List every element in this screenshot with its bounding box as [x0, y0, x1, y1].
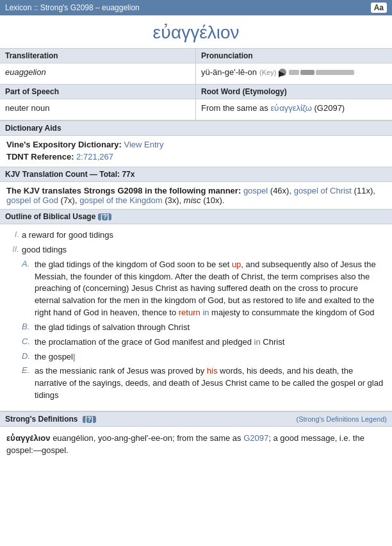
title-bar: Lexicon :: Strong's G2098 – euaggelion A…	[0, 0, 392, 15]
root-prefix: From the same as	[201, 103, 270, 113]
transliteration-value: euaggelion	[0, 63, 195, 84]
play-button[interactable]: ▶	[279, 69, 286, 76]
font-button[interactable]: Aa	[371, 3, 387, 13]
strongs-header: Strong's Definitions [?] (Strong's Defin…	[0, 412, 392, 427]
outline-roman-1: I. a reward for good tidings	[6, 229, 386, 242]
alpha-char-a: A.	[22, 259, 32, 269]
kjv-gospel[interactable]: gospel	[243, 186, 268, 195]
tdnt-row: TDNT Reference: 2:721,267	[6, 152, 386, 161]
pronunciation-content: yü-än-ge'-lē-on (Key) ▶	[196, 63, 392, 84]
kjv-bold: The KJV translates Strongs G2098 in the …	[6, 186, 241, 195]
root-suffix: (G2097)	[312, 103, 345, 113]
transliteration-col: Transliteration euaggelion	[0, 49, 196, 84]
vine-label: Vine's Expository Dictionary:	[6, 140, 122, 149]
transliteration-pronunciation-row: Transliteration euaggelion Pronunciation…	[0, 49, 392, 85]
alpha-char-b: B.	[22, 322, 32, 331]
dict-aids-section: Vine's Expository Dictionary: View Entry…	[0, 136, 392, 167]
outline-header: Outline of Biblical Usage [?]	[0, 210, 392, 224]
outline-roman-2: II. good tidings	[6, 244, 386, 256]
tdnt-label: TDNT Reference:	[6, 152, 74, 161]
vine-link[interactable]: View Entry	[124, 140, 163, 149]
kjv-section: KJV Translation Count — Total: 77x The K…	[0, 167, 392, 210]
outline-header-text: Outline of Biblical Usage	[5, 212, 95, 221]
dict-aids-header: Dictionary Aids	[0, 120, 392, 136]
tdnt-value: 2:721,267	[76, 152, 113, 161]
kjv-gospel-kingdom[interactable]: gospel of the Kingdom	[79, 195, 162, 205]
outline-text-e: as the messianic rank of Jesus was prove…	[35, 365, 386, 402]
strongs-def-prefix: from the same as	[177, 433, 241, 443]
outline-help-badge[interactable]: [?]	[98, 213, 111, 220]
pron-bar-2	[300, 70, 314, 75]
pron-bar-1	[289, 70, 299, 75]
strongs-section: Strong's Definitions [?] (Strong's Defin…	[0, 411, 392, 462]
pron-bars	[289, 70, 354, 75]
strongs-g2097-link[interactable]: G2097	[243, 433, 268, 443]
pronunciation-row: yü-än-ge'-lē-on (Key) ▶	[201, 67, 387, 77]
pos-root-row: Part of Speech neuter noun Root Word (Et…	[0, 85, 392, 120]
pos-value: neuter noun	[0, 99, 195, 120]
outline-body: I. a reward for good tidings II. good ti…	[0, 224, 392, 411]
outline-text-c: the proclamation of the grace of God man…	[35, 336, 284, 349]
alpha-char-e: E.	[22, 365, 32, 375]
pron-text: yü-än-ge'-lē-on	[201, 67, 257, 77]
strongs-body: εὐαγγέλιον euangélion, yoo-ang-ghel'-ee-…	[0, 427, 392, 462]
vine-row: Vine's Expository Dictionary: View Entry	[6, 140, 386, 149]
greek-title: εὐαγγέλιον	[0, 15, 392, 49]
pron-key: (Key)	[259, 69, 276, 76]
kjv-misc: misc	[184, 195, 201, 205]
kjv-content: The KJV translates Strongs G2098 in the …	[0, 182, 392, 209]
alpha-char-d: D.	[22, 351, 32, 361]
root-header: Root Word (Etymology)	[196, 85, 392, 99]
pos-col: Part of Speech neuter noun	[0, 85, 196, 120]
outline-alpha-e: E. as the messianic rank of Jesus was pr…	[6, 365, 386, 402]
outline-alpha-d: D. the gospel|	[6, 351, 386, 363]
strongs-header-text: Strong's Definitions	[5, 415, 78, 424]
pronunciation-header: Pronunciation	[196, 49, 392, 63]
outline-alpha-c: C. the proclamation of the grace of God …	[6, 336, 386, 349]
outline-text-2: good tidings	[22, 244, 67, 256]
roman-num-1: I.	[6, 229, 19, 239]
root-content: From the same as εὐαγγελίζω (G2097)	[196, 99, 392, 120]
outline-text-1: a reward for good tidings	[22, 229, 113, 242]
strongs-help-badge[interactable]: [?]	[83, 416, 96, 423]
title-text: Lexicon :: Strong's G2098 – euaggelion	[5, 3, 140, 12]
roman-num-2: II.	[6, 244, 19, 254]
strongs-greek: εὐαγγέλιον	[6, 433, 51, 443]
outline-alpha-a: A. the glad tidings of the kingdom of Go…	[6, 259, 386, 319]
outline-alpha-b: B. the glad tidings of salvation through…	[6, 322, 386, 334]
pronunciation-col: Pronunciation yü-än-ge'-lē-on (Key) ▶	[196, 49, 392, 84]
outline-text-a: the glad tidings of the kingdom of God s…	[35, 259, 386, 319]
strongs-romanization: euangélion	[53, 433, 94, 443]
outline-text-b: the glad tidings of salvation through Ch…	[35, 322, 190, 334]
alpha-char-c: C.	[22, 336, 32, 346]
pron-bar-3	[316, 70, 354, 75]
kjv-header: KJV Translation Count — Total: 77x	[0, 167, 392, 182]
strongs-header-left: Strong's Definitions [?]	[5, 415, 96, 424]
kjv-gospel-god[interactable]: gospel of God	[6, 195, 58, 205]
root-col: Root Word (Etymology) From the same as ε…	[196, 85, 392, 120]
strongs-pron: yoo-ang-ghel'-ee-on;	[98, 433, 175, 443]
outline-section: Outline of Biblical Usage [?] I. a rewar…	[0, 210, 392, 411]
transliteration-header: Transliteration	[0, 49, 195, 63]
pos-header: Part of Speech	[0, 85, 195, 99]
outline-text-d: the gospel|	[35, 351, 75, 363]
root-link[interactable]: εὐαγγελίζω	[270, 103, 312, 113]
kjv-gospel-christ[interactable]: gospel of Christ	[294, 186, 352, 195]
strongs-legend-link[interactable]: (Strong's Definitions Legend)	[296, 415, 387, 423]
